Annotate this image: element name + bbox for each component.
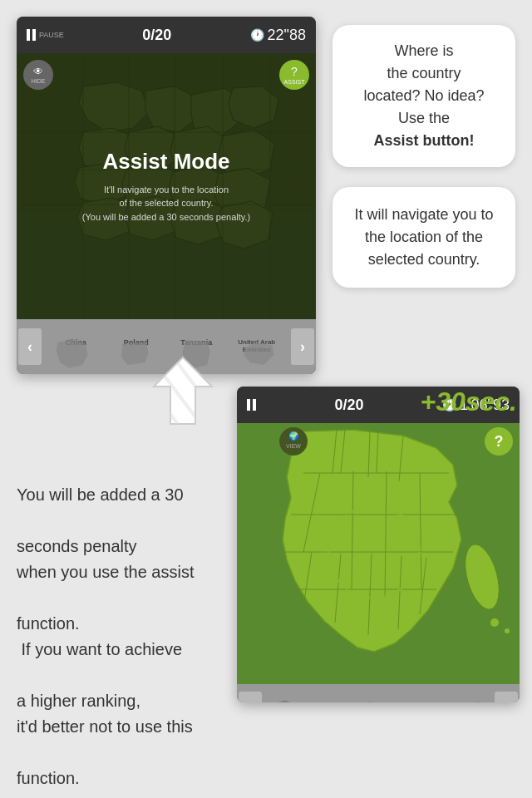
bottom-country-strip: ‹ China Poland Tanzania United ArabEmira… <box>237 684 520 702</box>
next-arrow[interactable]: › <box>291 328 314 365</box>
svg-point-55 <box>505 628 510 633</box>
assist-mode-desc: It'll navigate you to the locationof the… <box>82 183 250 224</box>
bottom-sil-tanzania[interactable] <box>355 697 401 702</box>
hide-label: HIDE <box>32 78 46 84</box>
speech-bubble-2: It will navigate you to the location of … <box>332 187 515 288</box>
svg-marker-28 <box>244 342 274 365</box>
svg-text:?: ? <box>495 433 504 450</box>
svg-marker-26 <box>121 342 148 365</box>
explanation-text: You will be added a 30 seconds penalty w… <box>17 485 194 787</box>
pause-icon <box>27 29 36 41</box>
svg-marker-62 <box>268 700 300 702</box>
assist-overlay: Assist Mode It'll navigate you to the lo… <box>17 53 316 319</box>
silhouette-china[interactable] <box>42 336 104 371</box>
speech-bubble-1: Where isthe countrylocated? No idea?Use … <box>332 25 515 167</box>
transition-arrow <box>145 353 220 428</box>
bottom-sil-china[interactable] <box>262 697 308 702</box>
game-header: PAUSE 0/20 🕐 22"88 <box>17 17 316 53</box>
left-explanation-text: You will be added a 30 seconds penalty w… <box>17 482 224 791</box>
svg-marker-64 <box>363 702 391 702</box>
bottom-pause-button[interactable] <box>247 399 256 411</box>
map-area: Assist Mode It'll navigate you to the lo… <box>17 53 316 319</box>
bottom-game-screenshot: 0/20 🕐 1'06"93 <box>237 387 520 702</box>
assist-icon: ? <box>291 65 298 78</box>
bubble2-text: It will navigate you to the location of … <box>354 206 493 268</box>
bottom-sil-poland[interactable] <box>308 697 355 702</box>
bottom-sil-pe[interactable] <box>448 697 495 702</box>
assist-btn-label: ASSIST <box>284 79 305 85</box>
africa-map-svg: 🌍 VIEW ? <box>237 423 520 684</box>
clock-icon: 🕐 <box>250 28 264 42</box>
bubble1-text: Where isthe countrylocated? No idea?Use … <box>363 42 484 149</box>
svg-marker-25 <box>57 338 88 367</box>
bottom-score-display: 0/20 <box>335 397 364 414</box>
bottom-map-area: 🌍 VIEW ? <box>237 423 520 684</box>
bottom-pause-icon <box>247 399 256 411</box>
hide-button[interactable]: 👁 HIDE <box>23 60 53 90</box>
bottom-sil-uae[interactable] <box>401 697 448 702</box>
svg-text:🌍: 🌍 <box>288 431 299 441</box>
timer-display: 🕐 22"88 <box>250 27 306 44</box>
bottom-next-arrow[interactable]: › <box>495 692 518 702</box>
svg-marker-66 <box>456 702 484 702</box>
pause-button[interactable]: PAUSE <box>27 29 64 41</box>
assist-mode-title: Assist Mode <box>102 149 229 175</box>
bottom-country-silhouettes <box>237 697 520 702</box>
top-game-screenshot: PAUSE 0/20 🕐 22"88 <box>17 17 316 374</box>
assist-button[interactable]: ? ASSIST <box>279 60 309 90</box>
eye-icon: 👁 <box>33 66 43 77</box>
pause-label: PAUSE <box>39 31 64 39</box>
score-display: 0/20 <box>142 27 171 44</box>
timer-value: 22"88 <box>268 27 306 44</box>
penalty-badge: +30sec. <box>420 387 517 417</box>
svg-point-54 <box>490 618 499 627</box>
svg-text:VIEW: VIEW <box>286 443 301 449</box>
silhouette-uae[interactable] <box>229 336 291 371</box>
